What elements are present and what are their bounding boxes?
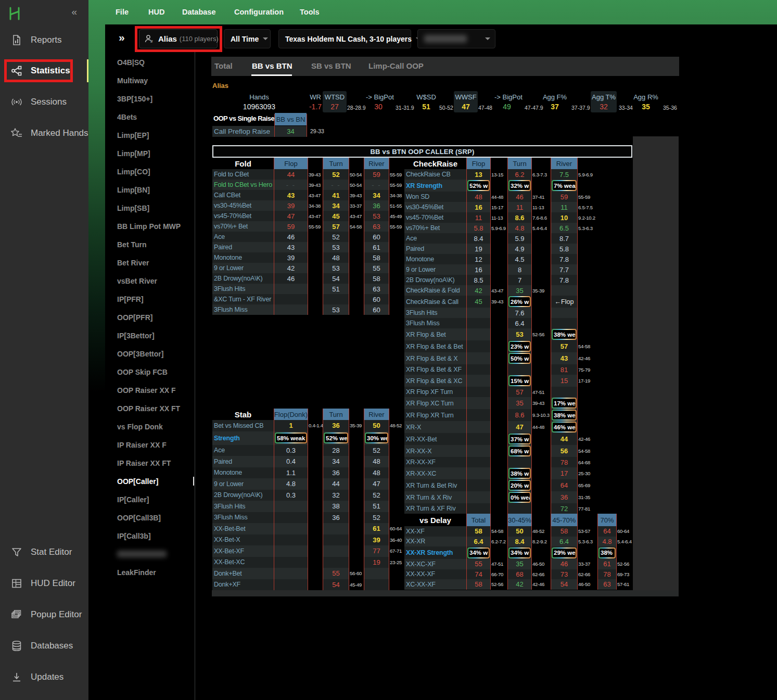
nav-item-vsbet-river[interactable]: vsBet River [117, 277, 157, 285]
strength-bar-widget[interactable]: 20% w [508, 480, 531, 491]
game-filter-select[interactable]: Texas Holdem NL Cash, 3-10 players [278, 29, 411, 48]
nav-item-o4b-sq[interactable]: O4B|SQ [117, 58, 145, 67]
strength-bar-widget[interactable]: 7% wea [552, 180, 577, 191]
sidebar-item-reports[interactable]: Reports [0, 29, 88, 52]
stat-cell-range [578, 409, 597, 421]
nav-item-limp-mp-[interactable]: Limp[MP] [117, 149, 150, 158]
nav-item-oop-pfr-[interactable]: OOP[PFR] [117, 313, 152, 322]
time-filter-select[interactable]: All Time [224, 29, 271, 48]
stat-value: 4.8 [286, 480, 296, 488]
nav-item-ip-3bettor-[interactable]: IP[3Bettor] [117, 332, 155, 340]
strength-bar-widget[interactable]: 30% we [365, 432, 388, 443]
nav-item-ip-pfr-[interactable]: IP[PFR] [117, 295, 144, 303]
strength-bar-widget[interactable]: 26% w [508, 296, 531, 307]
nav-item-oop-raiser-xx-f[interactable]: OOP Raiser XX F [117, 386, 176, 394]
nav-item-limp-sb-[interactable]: Limp[SB] [117, 204, 149, 212]
sidebar-item-databases[interactable]: Databases [0, 634, 88, 657]
nav-item-limp-bn-[interactable]: Limp[BN] [117, 186, 150, 194]
nav-item-bet-turn[interactable]: Bet Turn [117, 240, 147, 249]
strength-bar-widget[interactable]: 50% w [508, 353, 531, 364]
strength-bar-widget[interactable]: 68% w [508, 446, 531, 456]
stat-cell-range [532, 233, 551, 244]
stat-value: 73 [561, 570, 568, 578]
stat-cell-range: 62-66 [578, 569, 597, 580]
nav-item-oop-raiser-xx-ft[interactable]: OOP Raiser XX FT [117, 404, 180, 413]
strength-bar-widget[interactable]: 34% w [508, 548, 531, 558]
single-raise-tab[interactable]: BB vs BN [275, 113, 307, 125]
nav-item-oop-call3b-[interactable]: OOP[Call3B] [117, 514, 161, 522]
sidebar-collapse-icon[interactable]: « [71, 6, 77, 18]
strength-bar-widget[interactable]: 38% we [552, 410, 577, 421]
stat-cell-range: 45-49 [389, 211, 404, 221]
stat-category-list: O4B|SQMultiway3BP[150+]4BetsLimp[EP]Limp… [105, 52, 195, 700]
strength-bar-widget[interactable]: 38% [598, 548, 616, 558]
nav-item-oop-skip-fcb[interactable]: OOP Skip FCB [117, 368, 168, 376]
stat-cell [274, 501, 308, 512]
nav-item-oop-3bettor-[interactable]: OOP[3Bettor] [117, 350, 163, 358]
sidebar-item-updates[interactable]: Updates [0, 666, 88, 689]
nav-item-ip-call3b-[interactable]: IP[Call3b] [117, 532, 151, 540]
menu-item-tools[interactable]: Tools [300, 8, 320, 16]
nav-item-ip-raiser-xx-f[interactable]: IP Raiser XX F [117, 441, 167, 449]
table-bottom-strip [212, 590, 679, 596]
nav-item-leakfinder[interactable]: LeakFinder [117, 568, 156, 577]
stat-cell: 6.5 [551, 223, 578, 233]
stat-cell: 38% we [551, 409, 578, 421]
expand-panel-button[interactable]: » [119, 31, 124, 44]
menu-item-configuration[interactable]: Configuration [234, 8, 284, 16]
menu-item-database[interactable]: Database [182, 8, 215, 16]
nav-item-limp-co-[interactable]: Limp[CO] [117, 168, 150, 176]
nav-item-ip-raiser-xx-ft[interactable]: IP Raiser XX FT [117, 459, 171, 467]
stat-cell [551, 318, 578, 328]
strength-bar-widget[interactable]: 0% wea [508, 492, 531, 503]
nav-item-4bets[interactable]: 4Bets [117, 113, 137, 121]
strength-bar-widget[interactable]: 17% we [552, 398, 577, 409]
nav-item-bet-river[interactable]: Bet River [117, 259, 149, 267]
strength-bar-widget[interactable]: 46% we [552, 422, 577, 432]
nav-item-redacted[interactable] [117, 551, 167, 557]
strength-bar-widget[interactable]: 29% we [552, 548, 577, 558]
strength-bar-widget[interactable]: 15% w [508, 375, 531, 386]
tab-limp-call-oop[interactable]: Limp-Call OOP [368, 61, 424, 70]
tab-total[interactable]: Total [214, 61, 233, 70]
stat-cell-range: 39-43 [491, 296, 507, 308]
strength-bar-widget[interactable]: 38% w [508, 468, 531, 479]
stat-row: Call CBet4343-474139-433434-38 [212, 190, 404, 200]
stat-cell: 29% we [551, 546, 578, 559]
menu-item-hud[interactable]: HUD [148, 8, 164, 16]
strength-bar-widget[interactable]: 52% w [467, 180, 490, 191]
strength-bar-widget[interactable]: 32% w [508, 180, 531, 191]
stat-value: 1 [289, 422, 292, 429]
stat-cell-range [389, 490, 404, 501]
menu-item-file[interactable]: File [116, 8, 129, 16]
tab-bb-vs-btn[interactable]: BB vs BTN [252, 61, 292, 70]
strength-bar-widget[interactable]: 34% w [467, 548, 490, 558]
stat-cell-range [491, 503, 507, 514]
strength-bar-widget[interactable]: 58% weak [275, 432, 307, 443]
nav-item-oop-caller-[interactable]: OOP[Caller] [117, 477, 158, 486]
strength-bar-widget[interactable]: 38% we [552, 329, 577, 340]
stat-cell: 44 [323, 478, 349, 490]
stat-value: 53 [332, 264, 339, 272]
sidebar-item-hud-editor[interactable]: HUD Editor [0, 572, 88, 595]
nav-item-3bp-150-[interactable]: 3BP[150+] [117, 95, 152, 103]
strength-bar-widget[interactable]: 23% w [508, 341, 531, 352]
sidebar-item-sessions[interactable]: Sessions [0, 91, 88, 113]
stat-row-label: XR-XX-XC [404, 467, 466, 479]
strength-bar-widget[interactable]: 52% we [324, 432, 348, 443]
nav-item-limp-ep-[interactable]: Limp[EP] [117, 131, 149, 139]
database-filter-select[interactable] [417, 29, 495, 48]
nav-item-bb-limp-pot-mwp[interactable]: BB Limp Pot MWP [117, 222, 181, 231]
nav-item-multiway[interactable]: Multiway [117, 77, 148, 85]
stat-cell: 30% we [364, 431, 389, 445]
stat-cell-range: 69-73 [617, 569, 632, 580]
strength-bar-widget[interactable]: 37% w [508, 434, 531, 444]
tab-sb-vs-btn[interactable]: SB vs BTN [311, 61, 351, 70]
nav-item-vs-flop-donk[interactable]: vs Flop Donk [117, 423, 163, 431]
nav-item-ip-caller-[interactable]: IP[Caller] [117, 495, 149, 504]
stat-row: &XC Turn - XF River60 [212, 294, 404, 304]
sidebar-item-marked-hands[interactable]: Marked Hands [0, 122, 88, 145]
sidebar-item-stat-editor[interactable]: Stat Editor [0, 541, 88, 564]
stat-row: Ace0.32852 [212, 445, 404, 456]
sidebar-item-popup-editor[interactable]: Popup Editor [0, 603, 88, 626]
